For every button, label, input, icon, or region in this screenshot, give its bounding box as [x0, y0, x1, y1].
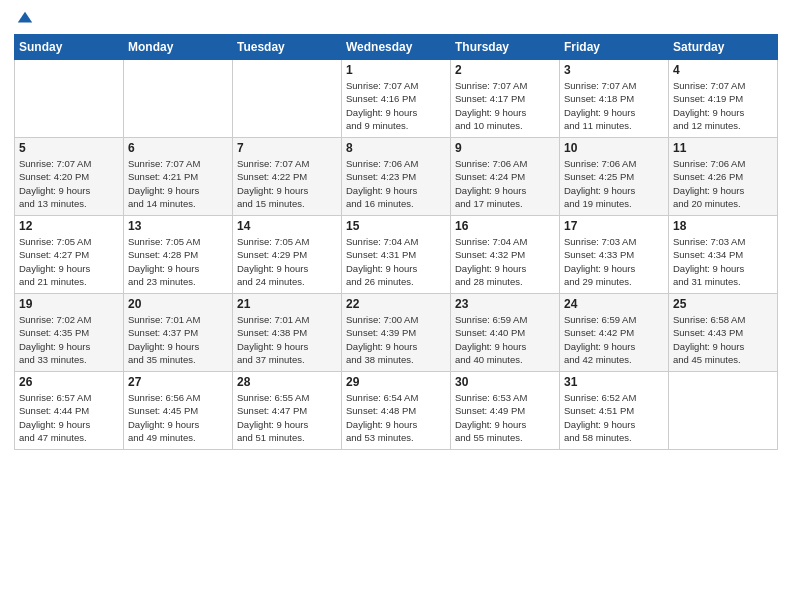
day-number: 9	[455, 141, 555, 155]
day-info: Sunrise: 6:58 AM Sunset: 4:43 PM Dayligh…	[673, 313, 773, 366]
calendar-cell: 23Sunrise: 6:59 AM Sunset: 4:40 PM Dayli…	[451, 294, 560, 372]
calendar-cell: 27Sunrise: 6:56 AM Sunset: 4:45 PM Dayli…	[124, 372, 233, 450]
day-info: Sunrise: 7:03 AM Sunset: 4:34 PM Dayligh…	[673, 235, 773, 288]
day-info: Sunrise: 7:04 AM Sunset: 4:31 PM Dayligh…	[346, 235, 446, 288]
calendar-cell: 13Sunrise: 7:05 AM Sunset: 4:28 PM Dayli…	[124, 216, 233, 294]
day-info: Sunrise: 6:57 AM Sunset: 4:44 PM Dayligh…	[19, 391, 119, 444]
calendar-cell	[124, 60, 233, 138]
day-number: 17	[564, 219, 664, 233]
day-info: Sunrise: 7:04 AM Sunset: 4:32 PM Dayligh…	[455, 235, 555, 288]
calendar-week-5: 26Sunrise: 6:57 AM Sunset: 4:44 PM Dayli…	[15, 372, 778, 450]
day-info: Sunrise: 7:07 AM Sunset: 4:21 PM Dayligh…	[128, 157, 228, 210]
day-info: Sunrise: 6:55 AM Sunset: 4:47 PM Dayligh…	[237, 391, 337, 444]
day-info: Sunrise: 7:06 AM Sunset: 4:24 PM Dayligh…	[455, 157, 555, 210]
logo	[14, 10, 34, 28]
day-info: Sunrise: 7:07 AM Sunset: 4:17 PM Dayligh…	[455, 79, 555, 132]
day-header-thursday: Thursday	[451, 35, 560, 60]
day-info: Sunrise: 7:07 AM Sunset: 4:20 PM Dayligh…	[19, 157, 119, 210]
day-info: Sunrise: 6:59 AM Sunset: 4:42 PM Dayligh…	[564, 313, 664, 366]
day-number: 14	[237, 219, 337, 233]
day-number: 13	[128, 219, 228, 233]
day-number: 16	[455, 219, 555, 233]
day-header-sunday: Sunday	[15, 35, 124, 60]
calendar-week-4: 19Sunrise: 7:02 AM Sunset: 4:35 PM Dayli…	[15, 294, 778, 372]
day-number: 30	[455, 375, 555, 389]
day-info: Sunrise: 7:07 AM Sunset: 4:18 PM Dayligh…	[564, 79, 664, 132]
day-number: 7	[237, 141, 337, 155]
calendar-cell: 12Sunrise: 7:05 AM Sunset: 4:27 PM Dayli…	[15, 216, 124, 294]
day-number: 27	[128, 375, 228, 389]
day-number: 23	[455, 297, 555, 311]
day-number: 31	[564, 375, 664, 389]
day-info: Sunrise: 6:52 AM Sunset: 4:51 PM Dayligh…	[564, 391, 664, 444]
calendar-header-row: SundayMondayTuesdayWednesdayThursdayFrid…	[15, 35, 778, 60]
day-header-friday: Friday	[560, 35, 669, 60]
calendar-cell: 15Sunrise: 7:04 AM Sunset: 4:31 PM Dayli…	[342, 216, 451, 294]
calendar-table: SundayMondayTuesdayWednesdayThursdayFrid…	[14, 34, 778, 450]
calendar-cell: 22Sunrise: 7:00 AM Sunset: 4:39 PM Dayli…	[342, 294, 451, 372]
calendar-cell: 5Sunrise: 7:07 AM Sunset: 4:20 PM Daylig…	[15, 138, 124, 216]
day-number: 21	[237, 297, 337, 311]
header	[14, 10, 778, 28]
day-info: Sunrise: 7:05 AM Sunset: 4:29 PM Dayligh…	[237, 235, 337, 288]
day-header-saturday: Saturday	[669, 35, 778, 60]
calendar-cell	[233, 60, 342, 138]
day-number: 28	[237, 375, 337, 389]
calendar-cell: 21Sunrise: 7:01 AM Sunset: 4:38 PM Dayli…	[233, 294, 342, 372]
day-info: Sunrise: 7:06 AM Sunset: 4:23 PM Dayligh…	[346, 157, 446, 210]
calendar-cell: 4Sunrise: 7:07 AM Sunset: 4:19 PM Daylig…	[669, 60, 778, 138]
day-info: Sunrise: 7:05 AM Sunset: 4:28 PM Dayligh…	[128, 235, 228, 288]
day-info: Sunrise: 7:06 AM Sunset: 4:26 PM Dayligh…	[673, 157, 773, 210]
calendar-cell: 25Sunrise: 6:58 AM Sunset: 4:43 PM Dayli…	[669, 294, 778, 372]
day-info: Sunrise: 7:01 AM Sunset: 4:37 PM Dayligh…	[128, 313, 228, 366]
day-number: 4	[673, 63, 773, 77]
calendar-cell: 26Sunrise: 6:57 AM Sunset: 4:44 PM Dayli…	[15, 372, 124, 450]
calendar-cell	[15, 60, 124, 138]
calendar-week-2: 5Sunrise: 7:07 AM Sunset: 4:20 PM Daylig…	[15, 138, 778, 216]
day-number: 15	[346, 219, 446, 233]
calendar-cell: 28Sunrise: 6:55 AM Sunset: 4:47 PM Dayli…	[233, 372, 342, 450]
day-info: Sunrise: 7:05 AM Sunset: 4:27 PM Dayligh…	[19, 235, 119, 288]
calendar-cell: 16Sunrise: 7:04 AM Sunset: 4:32 PM Dayli…	[451, 216, 560, 294]
day-header-monday: Monday	[124, 35, 233, 60]
day-number: 8	[346, 141, 446, 155]
calendar-cell	[669, 372, 778, 450]
calendar-cell: 18Sunrise: 7:03 AM Sunset: 4:34 PM Dayli…	[669, 216, 778, 294]
day-info: Sunrise: 7:03 AM Sunset: 4:33 PM Dayligh…	[564, 235, 664, 288]
calendar-cell: 24Sunrise: 6:59 AM Sunset: 4:42 PM Dayli…	[560, 294, 669, 372]
calendar-cell: 8Sunrise: 7:06 AM Sunset: 4:23 PM Daylig…	[342, 138, 451, 216]
day-number: 11	[673, 141, 773, 155]
day-info: Sunrise: 6:56 AM Sunset: 4:45 PM Dayligh…	[128, 391, 228, 444]
calendar-cell: 3Sunrise: 7:07 AM Sunset: 4:18 PM Daylig…	[560, 60, 669, 138]
day-number: 19	[19, 297, 119, 311]
day-number: 24	[564, 297, 664, 311]
day-number: 5	[19, 141, 119, 155]
day-number: 3	[564, 63, 664, 77]
day-info: Sunrise: 7:07 AM Sunset: 4:19 PM Dayligh…	[673, 79, 773, 132]
day-info: Sunrise: 7:07 AM Sunset: 4:16 PM Dayligh…	[346, 79, 446, 132]
svg-marker-0	[18, 12, 32, 23]
calendar-cell: 17Sunrise: 7:03 AM Sunset: 4:33 PM Dayli…	[560, 216, 669, 294]
day-number: 1	[346, 63, 446, 77]
day-number: 29	[346, 375, 446, 389]
calendar-cell: 20Sunrise: 7:01 AM Sunset: 4:37 PM Dayli…	[124, 294, 233, 372]
day-info: Sunrise: 7:06 AM Sunset: 4:25 PM Dayligh…	[564, 157, 664, 210]
day-number: 6	[128, 141, 228, 155]
calendar-week-1: 1Sunrise: 7:07 AM Sunset: 4:16 PM Daylig…	[15, 60, 778, 138]
day-number: 22	[346, 297, 446, 311]
calendar-cell: 7Sunrise: 7:07 AM Sunset: 4:22 PM Daylig…	[233, 138, 342, 216]
day-number: 25	[673, 297, 773, 311]
day-number: 10	[564, 141, 664, 155]
calendar-cell: 9Sunrise: 7:06 AM Sunset: 4:24 PM Daylig…	[451, 138, 560, 216]
day-info: Sunrise: 7:00 AM Sunset: 4:39 PM Dayligh…	[346, 313, 446, 366]
calendar-cell: 19Sunrise: 7:02 AM Sunset: 4:35 PM Dayli…	[15, 294, 124, 372]
day-number: 2	[455, 63, 555, 77]
calendar-cell: 31Sunrise: 6:52 AM Sunset: 4:51 PM Dayli…	[560, 372, 669, 450]
day-info: Sunrise: 7:02 AM Sunset: 4:35 PM Dayligh…	[19, 313, 119, 366]
calendar-cell: 29Sunrise: 6:54 AM Sunset: 4:48 PM Dayli…	[342, 372, 451, 450]
day-header-wednesday: Wednesday	[342, 35, 451, 60]
calendar-cell: 2Sunrise: 7:07 AM Sunset: 4:17 PM Daylig…	[451, 60, 560, 138]
calendar-cell: 14Sunrise: 7:05 AM Sunset: 4:29 PM Dayli…	[233, 216, 342, 294]
calendar-cell: 6Sunrise: 7:07 AM Sunset: 4:21 PM Daylig…	[124, 138, 233, 216]
calendar-cell: 1Sunrise: 7:07 AM Sunset: 4:16 PM Daylig…	[342, 60, 451, 138]
